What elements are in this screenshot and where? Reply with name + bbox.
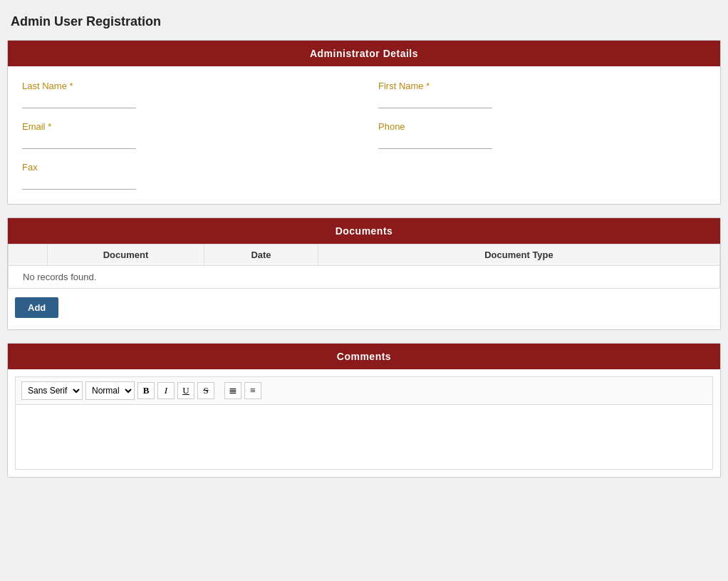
font-size-select[interactable]: Normal — [85, 381, 135, 400]
comments-header: Comments — [8, 344, 720, 369]
admin-form-grid: Last Name * First Name * Email * — [22, 81, 706, 190]
email-label: Email * — [22, 121, 350, 132]
font-family-select[interactable]: Sans Serif — [21, 381, 83, 400]
italic-button[interactable]: I — [157, 382, 175, 399]
strikethrough-button[interactable]: S — [197, 382, 214, 399]
fax-field: Fax — [22, 162, 350, 190]
comments-section: Comments Sans Serif Normal B I — [7, 343, 721, 478]
bold-button[interactable]: B — [137, 382, 155, 399]
admin-details-section: Administrator Details Last Name * First … — [7, 40, 721, 205]
documents-table: Document Date Document Type No records f… — [8, 244, 720, 289]
underline-button[interactable]: U — [177, 382, 194, 399]
email-field: Email * — [22, 121, 350, 149]
last-name-field: Last Name * — [22, 81, 350, 108]
unordered-list-button[interactable]: ≡ — [244, 382, 261, 399]
admin-details-header: Administrator Details — [8, 41, 720, 66]
comments-editor[interactable] — [16, 405, 712, 469]
add-button-wrapper: Add — [8, 289, 720, 318]
admin-details-body: Last Name * First Name * Email * — [8, 66, 720, 204]
last-name-label: Last Name * — [22, 81, 350, 91]
documents-body: Document Date Document Type No records f… — [8, 244, 720, 329]
first-name-label: First Name * — [378, 81, 706, 91]
col-header-date: Date — [204, 245, 318, 266]
unordered-list-icon: ≡ — [250, 386, 256, 396]
rich-text-editor: Sans Serif Normal B I U S — [15, 376, 713, 470]
ordered-list-icon: ≣ — [229, 386, 237, 396]
fax-input[interactable] — [22, 174, 136, 190]
first-name-input[interactable] — [378, 93, 492, 108]
fax-label: Fax — [22, 162, 350, 173]
no-records-row: No records found. — [9, 266, 720, 289]
page-title: Admin User Registration — [7, 7, 721, 40]
page-wrapper: Admin User Registration Administrator De… — [0, 0, 728, 581]
ordered-list-button[interactable]: ≣ — [224, 382, 241, 399]
last-name-input[interactable] — [22, 93, 136, 108]
phone-input[interactable] — [378, 133, 492, 149]
first-name-field: First Name * — [378, 81, 706, 108]
phone-field: Phone — [378, 121, 706, 149]
documents-section: Documents Document Date Document Type No… — [7, 217, 721, 330]
documents-header: Documents — [8, 218, 720, 244]
add-document-button[interactable]: Add — [15, 297, 58, 318]
email-input[interactable] — [22, 133, 136, 149]
phone-label: Phone — [378, 121, 706, 132]
no-records-text: No records found. — [16, 266, 103, 288]
col-header-type: Document Type — [318, 245, 720, 266]
rte-toolbar: Sans Serif Normal B I U S — [16, 377, 712, 405]
col-header-document: Document — [48, 245, 204, 266]
comments-body: Sans Serif Normal B I U S — [8, 369, 720, 477]
col-header-action — [9, 245, 48, 266]
